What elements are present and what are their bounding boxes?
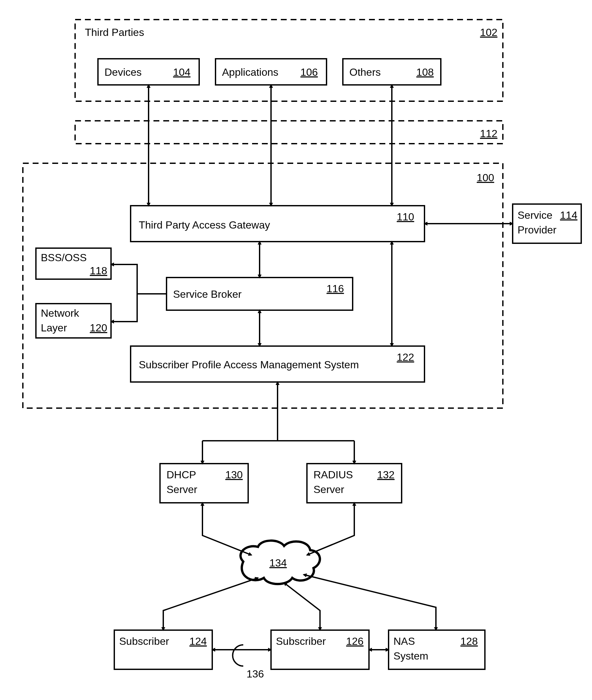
main-num: 100 [477,172,494,184]
radius-label2: Server [313,484,344,495]
swap-arc [233,645,244,666]
third-parties-num: 102 [480,27,497,38]
conn-cloud-sub2 [284,583,320,630]
subscriber1-label: Subscriber [119,635,169,647]
interface-band [75,121,503,144]
dhcp-label1: DHCP [166,469,196,481]
devices-label: Devices [104,66,142,78]
devices-num: 104 [173,66,190,78]
swap-num: 136 [247,668,264,680]
subscriber2-num: 126 [346,635,363,647]
dhcp-num: 130 [225,469,243,481]
service-broker-label: Service Broker [173,288,242,300]
dhcp-label2: Server [166,484,198,495]
bssoss-num: 118 [90,265,107,277]
cloud-num: 134 [269,557,287,569]
conn-cloud-sub1 [163,578,258,630]
radius-num: 132 [377,469,394,481]
subscriber1-num: 124 [189,635,207,647]
conn-cloud-nas [304,574,436,630]
interface-num: 112 [480,128,497,139]
conn-dhcp-cloud [202,503,251,555]
spams-label: Subscriber Profile Access Management Sys… [139,359,359,370]
radius-label1: RADIUS [313,469,353,481]
gateway-num: 110 [397,211,414,223]
spams-num: 122 [397,351,414,363]
others-label: Others [349,66,381,78]
others-num: 108 [416,66,434,78]
conn-broker-bssoss [111,264,166,294]
network-layer-label2: Layer [41,322,67,334]
service-provider-num: 114 [560,209,577,221]
gateway-label: Third Party Access Gateway [139,219,270,231]
architecture-diagram: Third Parties 102 Devices 104 Applicatio… [0,0,592,700]
third-parties-title: Third Parties [85,27,144,38]
subscriber2-label: Subscriber [276,635,326,647]
network-layer-label1: Network [41,307,79,319]
bssoss-label: BSS/OSS [41,252,87,263]
nas-label1: NAS [393,635,415,647]
service-broker-num: 116 [327,283,344,295]
conn-broker-network [111,294,137,321]
service-provider-label2: Provider [517,224,557,236]
network-layer-num: 120 [90,322,107,334]
nas-num: 128 [460,635,478,647]
applications-num: 106 [300,66,318,78]
service-provider-label1: Service [517,209,552,221]
conn-radius-cloud [307,503,354,555]
applications-label: Applications [222,66,279,78]
nas-label2: System [393,650,429,662]
